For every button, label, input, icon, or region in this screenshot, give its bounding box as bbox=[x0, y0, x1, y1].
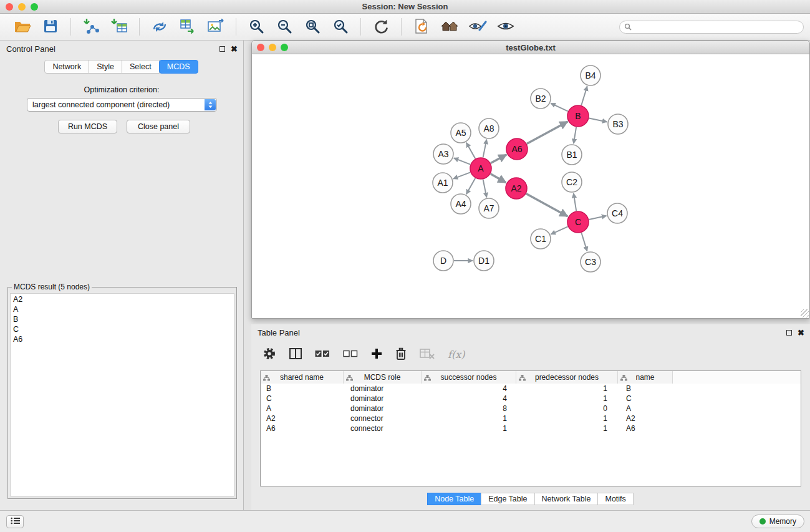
network-node-A1[interactable]: A1 bbox=[433, 173, 453, 193]
home-button[interactable] bbox=[438, 16, 461, 38]
mcds-result-item[interactable]: A2 bbox=[13, 294, 231, 304]
tab-style[interactable]: Style bbox=[89, 60, 122, 74]
network-node-C1[interactable]: C1 bbox=[531, 229, 551, 249]
network-edge-B-B3[interactable] bbox=[589, 118, 607, 122]
table-row[interactable]: A2connector11A2 bbox=[261, 414, 801, 423]
network-edge-A2-C[interactable] bbox=[526, 194, 568, 216]
network-node-A[interactable]: A bbox=[470, 158, 491, 179]
network-edge-A-A8[interactable] bbox=[483, 140, 487, 158]
network-edge-A-A6[interactable] bbox=[491, 155, 506, 163]
delete-row-button[interactable] bbox=[395, 346, 407, 362]
zoom-out-button[interactable] bbox=[273, 16, 296, 38]
network-edge-A-A5[interactable] bbox=[466, 143, 475, 159]
network-edge-A6-B[interactable] bbox=[527, 122, 568, 143]
network-edge-B-B2[interactable] bbox=[551, 104, 567, 112]
float-panel-icon[interactable] bbox=[219, 46, 225, 52]
export-network-button[interactable] bbox=[148, 16, 171, 38]
tab-network[interactable]: Network bbox=[44, 60, 89, 74]
network-edge-A-A3[interactable] bbox=[454, 158, 470, 164]
table-row[interactable]: Adominator80A bbox=[261, 404, 801, 414]
mcds-result-item[interactable]: A6 bbox=[13, 334, 231, 344]
select-all-button[interactable] bbox=[315, 346, 330, 362]
network-node-B1[interactable]: B1 bbox=[562, 145, 582, 165]
settings-gear-button[interactable] bbox=[263, 346, 276, 362]
close-panel-button[interactable]: Close panel bbox=[127, 120, 190, 133]
save-session-button[interactable] bbox=[39, 16, 62, 38]
network-edge-A-A7[interactable] bbox=[483, 180, 487, 198]
import-table-button[interactable] bbox=[108, 16, 130, 38]
column-header-successor-nodes[interactable]: successor nodes bbox=[422, 371, 516, 384]
network-node-A3[interactable]: A3 bbox=[433, 144, 453, 164]
network-edge-C-C4[interactable] bbox=[589, 216, 607, 220]
table-row[interactable]: A6connector11A6 bbox=[261, 423, 801, 433]
network-node-A7[interactable]: A7 bbox=[479, 198, 499, 218]
close-panel-icon[interactable]: ✖ bbox=[231, 45, 238, 53]
mcds-result-item[interactable]: A bbox=[13, 304, 231, 314]
network-node-D[interactable]: D bbox=[433, 251, 453, 271]
search-field[interactable] bbox=[619, 21, 804, 34]
mcds-result-list[interactable]: A2ABCA6 bbox=[10, 293, 234, 496]
resize-grip[interactable] bbox=[801, 309, 809, 317]
float-panel-icon[interactable] bbox=[786, 330, 792, 336]
network-window-titlebar[interactable]: testGlobe.txt bbox=[252, 41, 809, 54]
network-node-A6[interactable]: A6 bbox=[506, 138, 528, 160]
column-header-predecessor-nodes[interactable]: predecessor nodes bbox=[516, 371, 618, 384]
network-node-A5[interactable]: A5 bbox=[451, 123, 471, 143]
apply-style-button[interactable] bbox=[466, 16, 489, 38]
network-canvas[interactable]: B4B2BB3A8A5A6A3B1AA1C2A2A4A7C4CC1C3DD1 bbox=[252, 54, 809, 318]
network-edge-C-C3[interactable] bbox=[581, 233, 587, 251]
network-node-C[interactable]: C bbox=[567, 211, 589, 233]
open-folder-button[interactable] bbox=[11, 16, 34, 38]
network-edge-B-B4[interactable] bbox=[581, 86, 587, 105]
close-panel-icon[interactable]: ✖ bbox=[798, 329, 804, 337]
tab-network-table[interactable]: Network Table bbox=[534, 493, 599, 505]
tab-select[interactable]: Select bbox=[122, 60, 160, 74]
open-session-file-button[interactable] bbox=[410, 16, 433, 38]
delete-table-button[interactable] bbox=[420, 346, 435, 362]
network-node-C3[interactable]: C3 bbox=[581, 252, 600, 272]
table-row[interactable]: Cdominator41C bbox=[261, 394, 801, 404]
run-mcds-button[interactable]: Run MCDS bbox=[58, 120, 117, 133]
network-node-A2[interactable]: A2 bbox=[506, 178, 527, 199]
network-node-B2[interactable]: B2 bbox=[531, 89, 551, 109]
network-node-C4[interactable]: C4 bbox=[607, 203, 627, 223]
network-edge-A-A1[interactable] bbox=[453, 172, 470, 178]
criterion-select[interactable]: largest connected component (directed) bbox=[27, 98, 217, 112]
network-node-D1[interactable]: D1 bbox=[474, 251, 494, 271]
network-edge-A-A2[interactable] bbox=[491, 174, 506, 183]
column-header-shared-name[interactable]: shared name bbox=[261, 371, 344, 384]
mcds-result-item[interactable]: C bbox=[13, 324, 231, 334]
import-network-button[interactable] bbox=[80, 16, 102, 38]
column-header-mcds-role[interactable]: MCDS role bbox=[344, 371, 422, 384]
tab-node-table[interactable]: Node Table bbox=[427, 493, 481, 505]
search-input[interactable] bbox=[634, 22, 803, 32]
show-columns-button[interactable] bbox=[289, 346, 302, 362]
column-header-name[interactable]: name bbox=[618, 371, 673, 384]
zoom-fit-button[interactable] bbox=[301, 16, 324, 38]
refresh-button[interactable] bbox=[370, 16, 392, 38]
function-builder-button[interactable]: f(x) bbox=[448, 346, 465, 362]
mcds-result-item[interactable]: B bbox=[13, 314, 231, 324]
tab-edge-table[interactable]: Edge Table bbox=[481, 493, 534, 505]
node-table[interactable]: shared nameMCDS rolesuccessor nodesprede… bbox=[260, 370, 801, 486]
network-node-A8[interactable]: A8 bbox=[479, 118, 499, 138]
network-node-B[interactable]: B bbox=[567, 105, 589, 127]
tab-mcds[interactable]: MCDS bbox=[159, 60, 198, 74]
export-image-button[interactable] bbox=[205, 16, 227, 38]
network-node-B3[interactable]: B3 bbox=[608, 114, 628, 134]
memory-button[interactable]: Memory bbox=[751, 515, 804, 528]
tab-motifs[interactable]: Motifs bbox=[597, 493, 633, 505]
network-edge-C-C2[interactable] bbox=[574, 193, 576, 211]
add-row-button[interactable] bbox=[371, 346, 382, 362]
zoom-in-button[interactable] bbox=[245, 16, 268, 38]
network-edge-B-B1[interactable] bbox=[574, 127, 576, 143]
table-row[interactable]: Bdominator41B bbox=[261, 384, 801, 394]
show-details-button[interactable] bbox=[494, 16, 517, 38]
network-edge-C-C1[interactable] bbox=[551, 226, 567, 234]
zoom-selected-button[interactable] bbox=[329, 16, 352, 38]
panel-selector-button[interactable] bbox=[6, 515, 24, 528]
export-table-button[interactable] bbox=[176, 16, 199, 38]
deselect-all-button[interactable] bbox=[343, 346, 358, 362]
network-node-B4[interactable]: B4 bbox=[581, 65, 600, 85]
network-node-C2[interactable]: C2 bbox=[562, 172, 582, 192]
